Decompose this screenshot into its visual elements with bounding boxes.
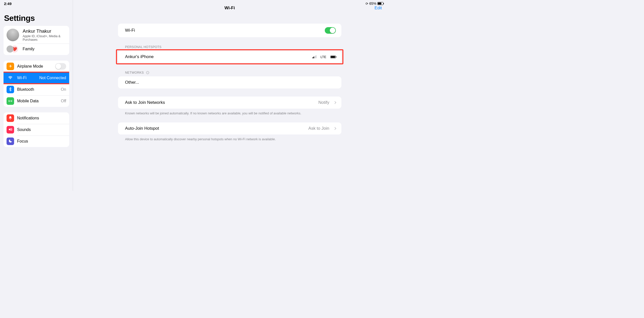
auto-join-value: Ask to Join (308, 126, 329, 131)
sidebar-item-mobiledata[interactable]: Mobile Data Off (4, 95, 69, 107)
signal-icon (312, 55, 317, 58)
sidebar-item-airplane[interactable]: ✈︎ Airplane Mode (4, 61, 69, 72)
auto-join-group: Auto-Join Hotspot Ask to Join (118, 122, 341, 134)
sidebar-item-wifi[interactable]: Wi-Fi Not Connected (4, 72, 69, 84)
bell-icon (7, 114, 14, 122)
chevron-right-icon (333, 101, 336, 104)
detail-title: Wi-Fi (224, 6, 235, 11)
auto-join-note: Allow this device to automatically disco… (118, 134, 341, 142)
section-hotspots-label: PERSONAL HOTSPOTS (118, 45, 341, 51)
detail-header: Wi-Fi Edit (73, 3, 386, 14)
hotspot-name: Ankur's iPhone (125, 54, 154, 59)
ask-join-note: Known networks will be joined automatica… (118, 109, 341, 116)
hotspot-row[interactable]: Ankur's iPhone LTE (118, 51, 341, 63)
section-networks-text: NETWORKS (125, 71, 144, 74)
section-networks-label: NETWORKS (118, 71, 341, 76)
sidebar-item-sounds[interactable]: Sounds (4, 124, 69, 135)
mobiledata-label: Mobile Data (17, 99, 38, 103)
airplane-toggle[interactable] (55, 63, 66, 70)
wifi-toggle-label: Wi-Fi (125, 28, 135, 33)
account-row[interactable]: Ankur Thakur Apple ID, iCloud+, Media & … (4, 26, 69, 43)
sidebar-item-focus[interactable]: Focus (4, 135, 69, 147)
wifi-icon (7, 74, 14, 82)
auto-join-label: Auto-Join Hotspot (125, 126, 159, 131)
notifications-label: Notifications (17, 116, 39, 120)
networks-group: Other... (118, 76, 341, 88)
hotspot-battery-icon (330, 56, 336, 58)
speaker-icon (7, 126, 14, 133)
account-subtitle: Apple ID, iCloud+, Media & Purchases (23, 34, 66, 41)
mobiledata-value: Off (61, 99, 66, 103)
ask-join-value: Notify (318, 100, 329, 105)
hotspots-group: Ankur's iPhone LTE (118, 51, 341, 63)
account-name: Ankur Thakur (23, 28, 66, 34)
wifi-detail-pane: Wi-Fi Edit Wi-Fi PERSONAL HOTSPOTS Ankur… (73, 0, 386, 191)
sidebar-item-bluetooth[interactable]: Bluetooth On (4, 84, 69, 95)
moon-icon (7, 138, 14, 145)
wifi-label: Wi-Fi (17, 76, 26, 80)
bluetooth-value: On (61, 87, 66, 92)
wifi-toggle-group: Wi-Fi (118, 24, 341, 37)
connectivity-group: ✈︎ Airplane Mode Wi-Fi Not Connected (4, 61, 69, 107)
wifi-toggle[interactable] (325, 27, 336, 34)
airplane-label: Airplane Mode (17, 64, 43, 69)
spinner-icon (146, 71, 149, 74)
ask-join-label: Ask to Join Networks (125, 100, 165, 105)
bluetooth-icon (7, 86, 14, 93)
account-group: Ankur Thakur Apple ID, iCloud+, Media & … (4, 26, 69, 55)
family-row[interactable]: ❤️ Family (4, 43, 69, 55)
other-label: Other... (125, 80, 139, 85)
family-avatars: ❤️ (7, 46, 19, 53)
focus-label: Focus (17, 139, 28, 144)
hotspot-network-type: LTE (320, 55, 326, 59)
avatar (7, 29, 19, 41)
ask-join-group: Ask to Join Networks Notify (118, 97, 341, 109)
svg-point-1 (10, 101, 11, 101)
sidebar-title: Settings (4, 14, 69, 23)
settings-sidebar: Settings Ankur Thakur Apple ID, iCloud+,… (0, 0, 73, 191)
auto-join-row[interactable]: Auto-Join Hotspot Ask to Join (118, 122, 341, 134)
bluetooth-label: Bluetooth (17, 87, 34, 92)
family-avatar-icon (7, 46, 14, 53)
svg-point-0 (10, 79, 11, 79)
sidebar-item-notifications[interactable]: Notifications (4, 112, 69, 124)
wifi-value: Not Connected (39, 76, 66, 80)
antenna-icon (7, 97, 14, 105)
alerts-group: Notifications Sounds Focus (4, 112, 69, 147)
other-network-row[interactable]: Other... (118, 76, 341, 88)
sounds-label: Sounds (17, 127, 31, 132)
wifi-toggle-row[interactable]: Wi-Fi (118, 24, 341, 37)
family-label: Family (23, 47, 34, 51)
edit-button[interactable]: Edit (375, 6, 382, 11)
ask-join-row[interactable]: Ask to Join Networks Notify (118, 97, 341, 109)
chevron-right-icon (333, 127, 336, 130)
airplane-icon: ✈︎ (7, 63, 14, 70)
